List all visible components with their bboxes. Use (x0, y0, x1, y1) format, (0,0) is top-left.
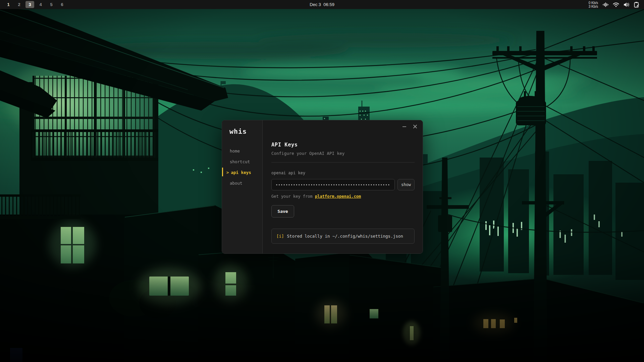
close-icon[interactable] (413, 124, 418, 129)
save-button[interactable]: Save (271, 205, 294, 218)
workspace-3[interactable]: 3 (25, 1, 34, 8)
info-icon: [i] (276, 234, 284, 239)
desktop: 1 2 3 4 5 6 Dec 3 06:59 0 Kb/s 3 Kb/s (0, 0, 644, 362)
sidebar-nav: home shortcut > api keys about (222, 145, 262, 188)
workspace-4[interactable]: 4 (36, 1, 45, 8)
active-item-chevron: > (226, 170, 229, 175)
sidebar-item-label: about (230, 181, 243, 186)
system-tray: 0 Kb/s 3 Kb/s (589, 1, 644, 8)
sidebar-item-about[interactable]: about (222, 178, 262, 188)
whis-window: whis home shortcut > api keys about (222, 120, 423, 254)
clipboard-edit-icon[interactable] (634, 2, 640, 8)
sidebar-item-home[interactable]: home (222, 145, 262, 156)
network-down-speed: 3 Kb/s (589, 5, 598, 8)
show-key-button[interactable]: show (397, 179, 415, 190)
workspace-1[interactable]: 1 (4, 1, 13, 8)
sidebar-item-label: api keys (231, 170, 251, 175)
app-title: whis (229, 127, 247, 135)
sidebar: whis home shortcut > api keys about (222, 120, 263, 253)
api-key-row: show (271, 179, 415, 190)
storage-info-box: [i] Stored locally in ~/.config/whis/set… (271, 229, 415, 244)
top-status-bar: 1 2 3 4 5 6 Dec 3 06:59 0 Kb/s 3 Kb/s (0, 0, 644, 9)
sidebar-item-api-keys[interactable]: > api keys (222, 167, 262, 178)
help-prefix: Get your key from (271, 194, 315, 199)
api-key-input[interactable] (271, 179, 395, 190)
workspace-switcher: 1 2 3 4 5 6 (0, 1, 67, 8)
api-key-field-label: openai api key (271, 171, 305, 175)
minimize-icon[interactable] (402, 124, 407, 129)
page-subtitle: Configure your OpenAI API key (271, 151, 344, 156)
network-speed: 0 Kb/s 3 Kb/s (589, 1, 598, 8)
section-divider (271, 162, 415, 163)
workspace-6[interactable]: 6 (58, 1, 66, 8)
sidebar-item-label: shortcut (230, 159, 250, 164)
audio-levels-icon[interactable] (602, 2, 608, 8)
volume-icon[interactable] (624, 2, 630, 7)
network-up-speed: 0 Kb/s (589, 1, 598, 5)
platform-openai-link[interactable]: platform.openai.com (315, 194, 361, 199)
storage-info-text: Stored locally in ~/.config/whis/setting… (287, 234, 403, 239)
page-title: API Keys (271, 142, 298, 148)
clock: Dec 3 06:59 (310, 2, 334, 7)
sidebar-item-label: home (230, 148, 240, 154)
window-controls (402, 124, 418, 129)
active-item-accent-bar (222, 168, 223, 176)
sidebar-item-shortcut[interactable]: shortcut (222, 156, 262, 167)
main-panel: API Keys Configure your OpenAI API key o… (263, 120, 423, 253)
help-text: Get your key from platform.openai.com (271, 194, 361, 199)
workspace-2[interactable]: 2 (15, 1, 23, 8)
wifi-icon[interactable] (613, 2, 619, 7)
workspace-5[interactable]: 5 (47, 1, 56, 8)
